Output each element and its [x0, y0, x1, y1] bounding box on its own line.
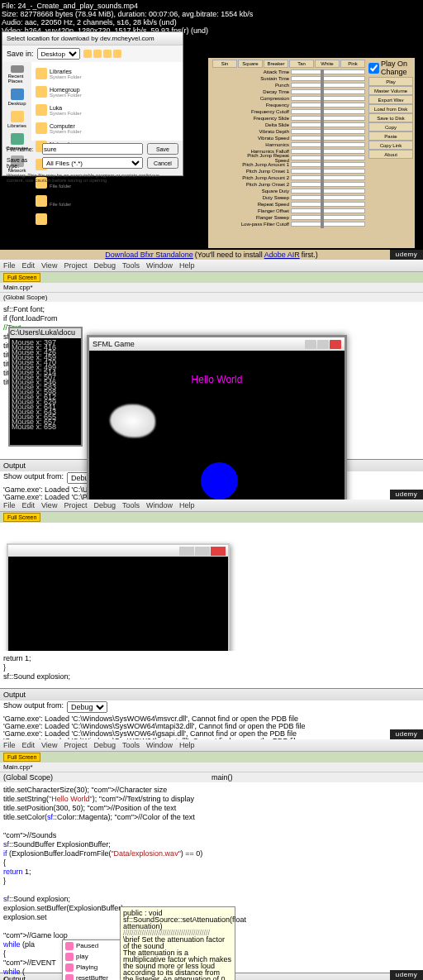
file-item[interactable]: ZoomItFile folder — [36, 194, 106, 208]
param-slider[interactable] — [291, 162, 365, 167]
param-slider[interactable] — [291, 89, 365, 94]
menu-tools[interactable]: Tools — [122, 501, 140, 509]
file-item[interactable]: LibrariesSystem Folder — [36, 66, 106, 81]
param-slider[interactable] — [291, 116, 365, 121]
load-from-disk-button[interactable]: Load from Disk — [368, 104, 413, 113]
menu-edit[interactable]: Edit — [22, 501, 36, 509]
param-slider[interactable] — [291, 155, 365, 160]
param-slider[interactable] — [291, 76, 365, 81]
param-slider[interactable] — [291, 195, 365, 200]
menu-window[interactable]: Window — [146, 501, 173, 509]
scope-dropdown[interactable]: (Global Scope) — [3, 773, 212, 782]
new-folder-icon[interactable] — [103, 50, 112, 58]
export-wav-button[interactable]: Export Wav — [368, 95, 413, 104]
save-button[interactable]: Save — [147, 143, 178, 155]
param-slider[interactable] — [291, 69, 365, 74]
menu-file[interactable]: File — [3, 261, 16, 270]
param-slider[interactable] — [291, 129, 365, 134]
menu-debug[interactable]: Debug — [93, 261, 116, 270]
view-icon[interactable] — [113, 50, 121, 58]
menu-window[interactable]: Window — [146, 741, 173, 749]
fullscreen-button[interactable]: Full Screen — [3, 753, 40, 762]
menu-view[interactable]: View — [41, 741, 57, 749]
menu-project[interactable]: Project — [64, 501, 87, 509]
nav-back-icon[interactable] — [83, 50, 92, 58]
param-slider[interactable] — [291, 169, 365, 174]
bfxr-download-link[interactable]: Download Bfxr Standalone (You'll need to… — [0, 250, 423, 260]
menu-tools[interactable]: Tools — [122, 261, 140, 270]
param-slider[interactable] — [291, 215, 365, 220]
output-tab[interactable]: Output — [3, 691, 26, 699]
param-slider[interactable] — [291, 142, 365, 147]
sidebar-desktop[interactable]: Desktop — [8, 88, 26, 106]
menu-debug[interactable]: Debug — [93, 741, 116, 749]
save-in-select[interactable]: Desktop — [37, 48, 80, 60]
menu-file[interactable]: File — [3, 741, 16, 749]
fullscreen-button[interactable]: Full Screen — [3, 513, 40, 522]
sfml-titlebar[interactable]: SFML Game — [89, 337, 345, 351]
cancel-button[interactable]: Cancel — [147, 157, 178, 169]
close-icon[interactable] — [211, 547, 226, 556]
menu-view[interactable]: View — [41, 501, 57, 509]
menu-edit[interactable]: Edit — [22, 261, 36, 270]
param-slider[interactable] — [291, 208, 365, 213]
param-slider[interactable] — [291, 109, 365, 114]
code-editor[interactable]: title.setCharacterSize(30); "com">//Char… — [0, 782, 423, 973]
wave-pink-button[interactable]: Pink — [340, 60, 365, 68]
menu-help[interactable]: Help — [179, 261, 195, 270]
maximize-icon[interactable] — [195, 547, 210, 556]
file-item[interactable]: LukaSystem Folder — [36, 103, 106, 117]
output-filter-select[interactable]: Debug — [67, 701, 107, 713]
console-titlebar[interactable]: C:\Users\Luka\docu — [10, 328, 81, 338]
menu-file[interactable]: File — [3, 501, 16, 509]
code-editor[interactable]: sf::Font font; if (font.loadFrom //Text … — [0, 302, 423, 459]
menu-help[interactable]: Help — [179, 501, 195, 509]
copy-link-button[interactable]: Copy Link — [368, 141, 413, 150]
nav-up-icon[interactable] — [93, 50, 102, 58]
fullscreen-button[interactable]: Full Screen — [3, 273, 40, 282]
editor-tab[interactable]: Main.cpp* — [0, 762, 423, 772]
output-tab[interactable]: Output — [3, 461, 26, 470]
menu-tools[interactable]: Tools — [122, 741, 140, 749]
maximize-icon[interactable] — [317, 340, 329, 349]
saveas-select[interactable]: All Files (*.*) — [42, 157, 143, 169]
menu-project[interactable]: Project — [64, 741, 87, 749]
menu-help[interactable]: Help — [179, 741, 195, 749]
copy-button[interactable]: Copy — [368, 122, 413, 131]
param-slider[interactable] — [291, 222, 365, 227]
scope-dropdown[interactable]: main() — [212, 773, 420, 782]
param-slider[interactable] — [291, 189, 365, 194]
file-item[interactable]: Microsoft Visual C++ 2010 Express — [36, 212, 106, 227]
sidebar-recent-places[interactable]: Recent Places — [8, 65, 26, 84]
close-icon[interactable] — [330, 340, 341, 349]
save-to-disk-button[interactable]: Save to Disk — [368, 113, 413, 122]
wave-white-button[interactable]: White — [315, 60, 340, 68]
play-button[interactable]: Play — [368, 77, 413, 86]
minimize-icon[interactable] — [305, 340, 316, 349]
menu-debug[interactable]: Debug — [93, 501, 116, 509]
about-button[interactable]: About — [368, 150, 413, 159]
play-on-change-checkbox[interactable]: Play On Change — [368, 60, 413, 76]
menu-view[interactable]: View — [41, 261, 57, 270]
editor-tab[interactable]: Main.cpp* — [0, 283, 423, 293]
menu-edit[interactable]: Edit — [22, 741, 36, 749]
wave-breaker-button[interactable]: Breaker — [264, 60, 288, 68]
minimize-icon[interactable] — [179, 547, 194, 556]
wave-sin-button[interactable]: Sin — [212, 60, 237, 68]
param-slider[interactable] — [291, 175, 365, 180]
param-slider[interactable] — [291, 182, 365, 187]
code-editor[interactable]: return 1; } sf::Sound explosion; — [0, 651, 423, 688]
menu-window[interactable]: Window — [146, 261, 173, 270]
menu-project[interactable]: Project — [64, 261, 87, 270]
paste-button[interactable]: Paste — [368, 131, 413, 141]
param-slider[interactable] — [291, 122, 365, 127]
param-slider[interactable] — [291, 202, 365, 207]
wave-tan-button[interactable]: Tan — [289, 60, 314, 68]
param-slider[interactable] — [291, 136, 365, 141]
sidebar-libraries[interactable]: Libraries — [8, 111, 26, 128]
param-slider[interactable] — [291, 96, 365, 101]
scope-dropdown[interactable]: (Global Scope) — [0, 293, 423, 302]
file-item[interactable]: ComputerSystem Folder — [36, 121, 106, 136]
filename-input[interactable] — [42, 143, 143, 155]
master-volume-button[interactable]: Master Volume — [368, 86, 413, 95]
